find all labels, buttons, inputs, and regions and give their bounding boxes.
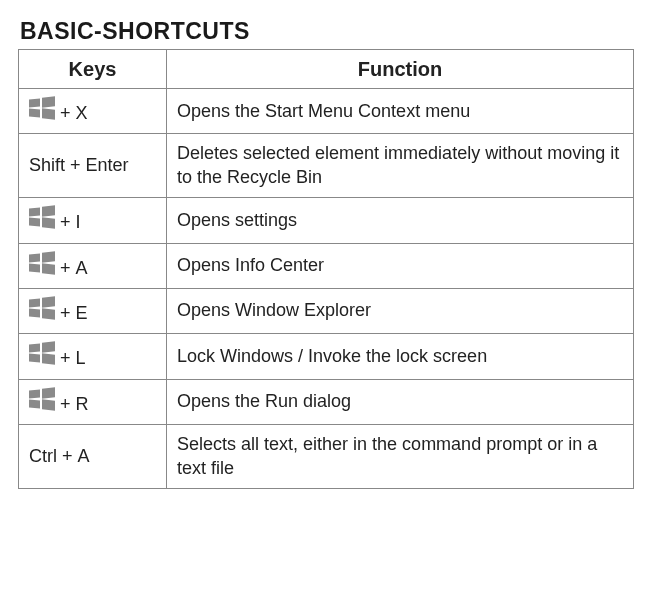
function-cell: Opens settings bbox=[167, 198, 634, 243]
header-keys: Keys bbox=[19, 50, 167, 89]
keys-cell: +R bbox=[19, 379, 167, 424]
plus-separator: + bbox=[55, 258, 76, 278]
table-row: +EOpens Window Explorer bbox=[19, 288, 634, 333]
plus-separator: + bbox=[55, 103, 76, 123]
windows-key-icon bbox=[29, 297, 55, 319]
plus-separator: + bbox=[55, 212, 76, 232]
key-label: L bbox=[76, 347, 86, 370]
header-function: Function bbox=[167, 50, 634, 89]
page-title: BASIC-SHORTCUTS bbox=[20, 18, 634, 45]
table-row: Ctrl+ASelects all text, either in the co… bbox=[19, 425, 634, 489]
plus-separator: + bbox=[55, 348, 76, 368]
function-cell: Opens the Run dialog bbox=[167, 379, 634, 424]
table-row: +IOpens settings bbox=[19, 198, 634, 243]
key-label: A bbox=[78, 445, 90, 468]
key-label: E bbox=[76, 302, 88, 325]
key-label: X bbox=[76, 102, 88, 125]
keys-cell: +E bbox=[19, 288, 167, 333]
keys-cell: +L bbox=[19, 334, 167, 379]
table-row: +LLock Windows / Invoke the lock screen bbox=[19, 334, 634, 379]
keys-cell: +X bbox=[19, 89, 167, 134]
function-cell: Opens Info Center bbox=[167, 243, 634, 288]
table-header-row: Keys Function bbox=[19, 50, 634, 89]
table-row: Shift+EnterDeletes selected element imme… bbox=[19, 134, 634, 198]
key-label: R bbox=[76, 393, 89, 416]
windows-key-icon bbox=[29, 342, 55, 364]
table-row: +XOpens the Start Menu Context menu bbox=[19, 89, 634, 134]
shortcuts-table: Keys Function +XOpens the Start Menu Con… bbox=[18, 49, 634, 489]
plus-separator: + bbox=[55, 394, 76, 414]
plus-separator: + bbox=[65, 155, 86, 175]
key-label: I bbox=[76, 211, 81, 234]
key-label: A bbox=[76, 257, 88, 280]
key-label: Ctrl bbox=[29, 445, 57, 468]
windows-key-icon bbox=[29, 252, 55, 274]
windows-key-icon bbox=[29, 97, 55, 119]
keys-cell: Shift+Enter bbox=[19, 134, 167, 198]
keys-cell: +A bbox=[19, 243, 167, 288]
keys-cell: +I bbox=[19, 198, 167, 243]
keys-cell: Ctrl+A bbox=[19, 425, 167, 489]
function-cell: Opens the Start Menu Context menu bbox=[167, 89, 634, 134]
table-row: +ROpens the Run dialog bbox=[19, 379, 634, 424]
function-cell: Lock Windows / Invoke the lock screen bbox=[167, 334, 634, 379]
table-row: +AOpens Info Center bbox=[19, 243, 634, 288]
function-cell: Deletes selected element immediately wit… bbox=[167, 134, 634, 198]
function-cell: Opens Window Explorer bbox=[167, 288, 634, 333]
key-label: Enter bbox=[86, 154, 129, 177]
function-cell: Selects all text, either in the command … bbox=[167, 425, 634, 489]
key-label: Shift bbox=[29, 154, 65, 177]
plus-separator: + bbox=[55, 303, 76, 323]
plus-separator: + bbox=[57, 446, 78, 466]
windows-key-icon bbox=[29, 388, 55, 410]
windows-key-icon bbox=[29, 206, 55, 228]
